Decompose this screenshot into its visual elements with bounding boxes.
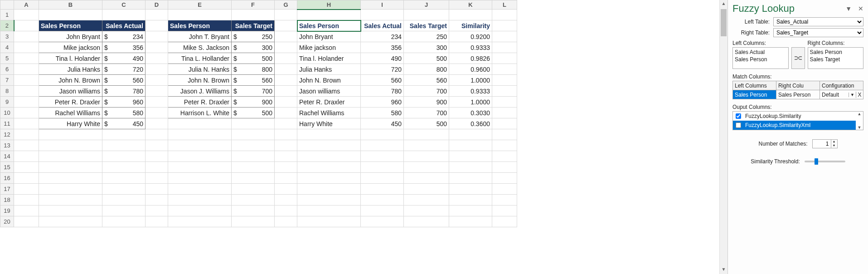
scroll-down-icon[interactable]: ▼ bbox=[720, 266, 727, 274]
link-columns-button[interactable] bbox=[791, 47, 805, 69]
cell-D16[interactable] bbox=[145, 173, 168, 184]
cell-L14[interactable] bbox=[492, 151, 517, 162]
cell-L8[interactable] bbox=[492, 86, 517, 97]
cell-K19[interactable] bbox=[449, 206, 492, 216]
cell-F6[interactable]: $800 bbox=[232, 64, 275, 75]
cell-H6[interactable]: Julia Hanks bbox=[297, 64, 361, 75]
cell-I3[interactable]: 234 bbox=[361, 31, 404, 42]
threshold-slider[interactable] bbox=[805, 161, 845, 162]
row-header-2[interactable]: 2 bbox=[0, 20, 14, 31]
cell-G15[interactable] bbox=[275, 162, 297, 173]
cell-C9[interactable]: $960 bbox=[102, 97, 145, 108]
right-columns-list[interactable]: Sales Person Sales Target bbox=[808, 47, 864, 69]
cell-A9[interactable] bbox=[14, 97, 39, 108]
cell-B19[interactable] bbox=[39, 206, 102, 216]
cell-J9[interactable]: 900 bbox=[404, 97, 449, 108]
cell-C17[interactable] bbox=[102, 184, 145, 195]
row-header-14[interactable]: 14 bbox=[0, 151, 14, 162]
cell-E11[interactable] bbox=[168, 118, 232, 129]
cell-J11[interactable]: 500 bbox=[404, 118, 449, 129]
cell-A18[interactable] bbox=[14, 195, 39, 206]
cell-H4[interactable]: Mike jackson bbox=[297, 42, 361, 53]
cell-E15[interactable] bbox=[168, 162, 232, 173]
cell-G17[interactable] bbox=[275, 184, 297, 195]
cell-B20[interactable] bbox=[39, 216, 102, 227]
cell-A17[interactable] bbox=[14, 184, 39, 195]
cell-L17[interactable] bbox=[492, 184, 517, 195]
cell-E20[interactable] bbox=[168, 216, 232, 227]
cell-H11[interactable]: Harry White bbox=[297, 118, 361, 129]
cell-A5[interactable] bbox=[14, 53, 39, 64]
cell-F13[interactable] bbox=[232, 140, 275, 151]
cell-H7[interactable]: John N. Brown bbox=[297, 75, 361, 86]
cell-J7[interactable]: 560 bbox=[404, 75, 449, 86]
cell-B5[interactable]: Tina l. Holander bbox=[39, 53, 102, 64]
cell-I6[interactable]: 720 bbox=[361, 64, 404, 75]
cell-F9[interactable]: $900 bbox=[232, 97, 275, 108]
row-header-16[interactable]: 16 bbox=[0, 173, 14, 184]
cell-C5[interactable]: $490 bbox=[102, 53, 145, 64]
row-header-7[interactable]: 7 bbox=[0, 75, 14, 86]
cell-E13[interactable] bbox=[168, 140, 232, 151]
panel-close-icon[interactable]: ✕ bbox=[858, 5, 863, 12]
cell-J4[interactable]: 300 bbox=[404, 42, 449, 53]
cell-K3[interactable]: 0.9200 bbox=[449, 31, 492, 42]
cell-I9[interactable]: 960 bbox=[361, 97, 404, 108]
cell-L6[interactable] bbox=[492, 64, 517, 75]
cell-F8[interactable]: $700 bbox=[232, 86, 275, 97]
cell-B4[interactable]: Mike jackson bbox=[39, 42, 102, 53]
cell-L5[interactable] bbox=[492, 53, 517, 64]
cell-G3[interactable] bbox=[275, 31, 297, 42]
match-right-cell[interactable]: Sales Person bbox=[776, 90, 820, 99]
cell-A13[interactable] bbox=[14, 140, 39, 151]
cell-A6[interactable] bbox=[14, 64, 39, 75]
row-header-15[interactable]: 15 bbox=[0, 162, 14, 173]
config-dropdown-icon[interactable]: ▼ bbox=[849, 93, 856, 97]
cell-L4[interactable] bbox=[492, 42, 517, 53]
cell-L15[interactable] bbox=[492, 162, 517, 173]
cell-B3[interactable]: John Bryant bbox=[39, 31, 102, 42]
cell-I7[interactable]: 560 bbox=[361, 75, 404, 86]
cell-B11[interactable]: Harry White bbox=[39, 118, 102, 129]
cell-G6[interactable] bbox=[275, 64, 297, 75]
cell-A2[interactable] bbox=[14, 20, 39, 31]
cell-H10[interactable]: Rachel Williams bbox=[297, 108, 361, 118]
cell-G20[interactable] bbox=[275, 216, 297, 227]
col-header-K[interactable]: K bbox=[449, 0, 492, 10]
row-header-12[interactable]: 12 bbox=[0, 129, 14, 140]
cell-F14[interactable] bbox=[232, 151, 275, 162]
cell-D11[interactable] bbox=[145, 118, 168, 129]
cell-J17[interactable] bbox=[404, 184, 449, 195]
cell-B12[interactable] bbox=[39, 129, 102, 140]
cell-I19[interactable] bbox=[361, 206, 404, 216]
row-header-8[interactable]: 8 bbox=[0, 86, 14, 97]
cell-G14[interactable] bbox=[275, 151, 297, 162]
cell-F3[interactable]: $250 bbox=[232, 31, 275, 42]
cell-F5[interactable]: $500 bbox=[232, 53, 275, 64]
cell-K18[interactable] bbox=[449, 195, 492, 206]
cell-A7[interactable] bbox=[14, 75, 39, 86]
output-item-1[interactable]: FuzzyLookup.SimilarityXml bbox=[733, 121, 856, 130]
cell-F17[interactable] bbox=[232, 184, 275, 195]
cell-D12[interactable] bbox=[145, 129, 168, 140]
cell-K11[interactable]: 0.3600 bbox=[449, 118, 492, 129]
cell-D3[interactable] bbox=[145, 31, 168, 42]
cell-D5[interactable] bbox=[145, 53, 168, 64]
vertical-scrollbar[interactable]: ▲ ▼ bbox=[719, 0, 727, 274]
cell-I18[interactable] bbox=[361, 195, 404, 206]
cell-C7[interactable]: $560 bbox=[102, 75, 145, 86]
cell-G5[interactable] bbox=[275, 53, 297, 64]
col-header-E[interactable]: E bbox=[168, 0, 232, 10]
cell-H17[interactable] bbox=[297, 184, 361, 195]
cell-A16[interactable] bbox=[14, 173, 39, 184]
cell-E1[interactable] bbox=[168, 10, 232, 20]
cell-B15[interactable] bbox=[39, 162, 102, 173]
cell-B6[interactable]: Julia Hanks bbox=[39, 64, 102, 75]
cell-K8[interactable]: 0.9333 bbox=[449, 86, 492, 97]
cell-L2[interactable] bbox=[492, 20, 517, 31]
cell-B13[interactable] bbox=[39, 140, 102, 151]
cell-K1[interactable] bbox=[449, 10, 492, 20]
cell-I15[interactable] bbox=[361, 162, 404, 173]
cell-D19[interactable] bbox=[145, 206, 168, 216]
cell-L9[interactable] bbox=[492, 97, 517, 108]
